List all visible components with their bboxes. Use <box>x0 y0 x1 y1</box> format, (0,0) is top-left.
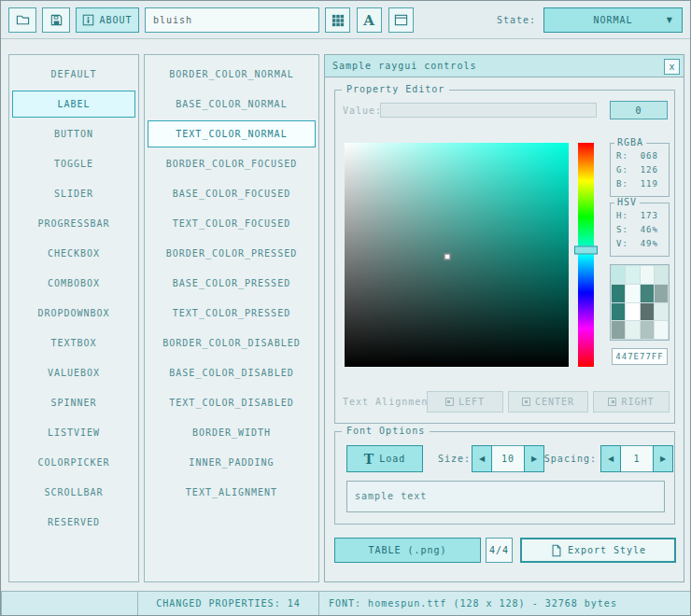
size-value[interactable]: 10 <box>492 445 524 472</box>
color-swatch[interactable] <box>641 303 654 321</box>
align-right-icon <box>608 398 616 406</box>
folder-icon <box>16 13 30 27</box>
list-item-border_color_normal[interactable]: BORDER_COLOR_NORMAL <box>148 61 316 88</box>
export-format-counter-value: 4/4 <box>489 545 509 555</box>
color-swatch[interactable] <box>641 266 654 284</box>
align-right-button[interactable]: RIGHT <box>593 391 670 413</box>
list-item-text_color_focused[interactable]: TEXT_COLOR_FOCUSED <box>148 210 316 237</box>
font-info-text: FONT: homespun.ttf (128 x 128) - 32768 b… <box>329 598 617 609</box>
size-label: Size: <box>438 445 470 472</box>
list-item-base_color_normal[interactable]: BASE_COLOR_NORMAL <box>148 91 316 118</box>
hsv-h-value: H: 173 <box>611 211 669 220</box>
list-item-text_alignment[interactable]: TEXT_ALIGNMENT <box>148 479 316 506</box>
arrow-left-icon: ◀ <box>608 455 613 463</box>
list-item-toggle[interactable]: TOGGLE <box>12 150 135 177</box>
list-item-valuebox[interactable]: VALUEBOX <box>12 359 135 386</box>
open-style-button[interactable] <box>8 7 36 33</box>
list-item-combobox[interactable]: COMBOBOX <box>12 270 135 297</box>
align-left-button[interactable]: LEFT <box>427 391 503 413</box>
list-item-border_color_disabled[interactable]: BORDER_COLOR_DISABLED <box>148 329 316 357</box>
style-name-input[interactable] <box>145 7 319 33</box>
font-settings-button[interactable]: A <box>357 7 382 33</box>
list-item-text_color_normal[interactable]: TEXT_COLOR_NORMAL <box>148 120 316 147</box>
list-item-base_color_focused[interactable]: BASE_COLOR_FOCUSED <box>148 180 316 207</box>
spacing-decrease-button[interactable]: ◀ <box>600 445 621 472</box>
floppy-disk-icon <box>49 13 63 27</box>
color-swatch[interactable] <box>655 266 668 284</box>
text-t-icon: T <box>364 452 374 467</box>
statusbar-font-info: FONT: homespun.ttf (128 x 128) - 32768 b… <box>318 591 691 616</box>
chevron-down-icon: ▼ <box>667 16 673 24</box>
save-style-button[interactable] <box>42 7 70 33</box>
hue-slider[interactable] <box>578 143 594 367</box>
rguistyler-window: ABOUT A State: NORMAL ▼ DEFAULTLABELBUTT… <box>0 0 691 616</box>
color-swatch[interactable] <box>612 303 625 321</box>
hue-slider-handle[interactable] <box>574 246 598 255</box>
sample-text-box[interactable]: sample text <box>346 481 665 512</box>
sample-window-title: Sample raygui controls <box>332 61 476 71</box>
color-swatch[interactable] <box>612 266 625 284</box>
color-swatch[interactable] <box>641 285 654 302</box>
export-table-button[interactable]: TABLE (.png) <box>334 538 481 563</box>
list-item-inner_padding[interactable]: INNER_PADDING <box>148 449 316 476</box>
list-item-text_color_pressed[interactable]: TEXT_COLOR_PRESSED <box>148 300 316 327</box>
list-item-text_color_disabled[interactable]: TEXT_COLOR_DISABLED <box>148 389 316 416</box>
list-item-dropdownbox[interactable]: DROPDOWNBOX <box>12 300 135 327</box>
close-icon: x <box>669 62 674 72</box>
color-swatch[interactable] <box>641 321 654 339</box>
value-box[interactable]: 0 <box>610 101 668 119</box>
color-swatch[interactable] <box>626 321 639 339</box>
sample-window-titlebar[interactable]: Sample raygui controls <box>325 55 684 77</box>
list-item-reserved[interactable]: RESERVED <box>12 509 135 536</box>
list-item-colorpicker[interactable]: COLORPICKER <box>12 449 135 476</box>
state-dropdown[interactable]: NORMAL ▼ <box>543 7 683 33</box>
list-item-base_color_disabled[interactable]: BASE_COLOR_DISABLED <box>148 359 316 386</box>
list-item-textbox[interactable]: TEXTBOX <box>12 329 135 357</box>
arrow-right-icon: ▶ <box>531 455 537 463</box>
list-item-spinner[interactable]: SPINNER <box>12 389 135 416</box>
value-label: Value: <box>343 105 382 116</box>
load-font-button[interactable]: T Load <box>346 445 423 472</box>
align-center-button[interactable]: CENTER <box>508 391 588 413</box>
hex-color-box[interactable]: 447E77FF <box>612 348 668 365</box>
color-swatch[interactable] <box>612 285 625 302</box>
list-item-border_color_pressed[interactable]: BORDER_COLOR_PRESSED <box>148 240 316 267</box>
color-swatch[interactable] <box>655 285 668 302</box>
saturation-value-picker[interactable] <box>345 143 569 367</box>
size-decrease-button[interactable]: ◀ <box>472 445 492 472</box>
grid-icon <box>331 14 345 27</box>
align-center-icon <box>522 398 530 406</box>
list-item-checkbox[interactable]: CHECKBOX <box>12 240 135 267</box>
list-item-border_color_focused[interactable]: BORDER_COLOR_FOCUSED <box>148 150 316 177</box>
state-dropdown-value: NORMAL <box>593 15 632 25</box>
list-item-scrollbar[interactable]: SCROLLBAR <box>12 479 135 506</box>
color-swatch[interactable] <box>655 321 668 339</box>
color-swatch[interactable] <box>655 303 668 321</box>
list-item-listview[interactable]: LISTVIEW <box>12 419 135 446</box>
spacing-spinner: ◀ 1 ▶ <box>600 445 673 472</box>
list-item-border_width[interactable]: BORDER_WIDTH <box>148 419 316 446</box>
color-swatch[interactable] <box>626 266 639 284</box>
close-window-button[interactable]: x <box>664 59 680 75</box>
color-swatch[interactable] <box>626 285 639 302</box>
size-increase-button[interactable]: ▶ <box>524 445 544 472</box>
window-icon <box>394 13 408 27</box>
spacing-increase-button[interactable]: ▶ <box>653 445 673 472</box>
list-item-slider[interactable]: SLIDER <box>12 180 135 207</box>
style-table-button[interactable] <box>325 7 350 33</box>
list-item-button[interactable]: BUTTON <box>12 120 135 147</box>
export-format-counter[interactable]: 4/4 <box>486 538 513 563</box>
list-item-default[interactable]: DEFAULT <box>12 61 135 88</box>
spacing-value[interactable]: 1 <box>621 445 653 472</box>
align-left-icon <box>445 398 454 406</box>
export-style-button[interactable]: Export Style <box>520 538 676 563</box>
list-item-progressbar[interactable]: PROGRESSBAR <box>12 210 135 237</box>
list-item-label[interactable]: LABEL <box>12 91 135 118</box>
list-item-base_color_pressed[interactable]: BASE_COLOR_PRESSED <box>148 270 316 297</box>
value-slider[interactable] <box>380 103 597 118</box>
about-button[interactable]: ABOUT <box>76 7 139 33</box>
color-cursor[interactable] <box>444 254 451 260</box>
color-swatch[interactable] <box>612 321 625 339</box>
window-preview-button[interactable] <box>388 7 414 33</box>
color-swatch[interactable] <box>626 303 639 321</box>
